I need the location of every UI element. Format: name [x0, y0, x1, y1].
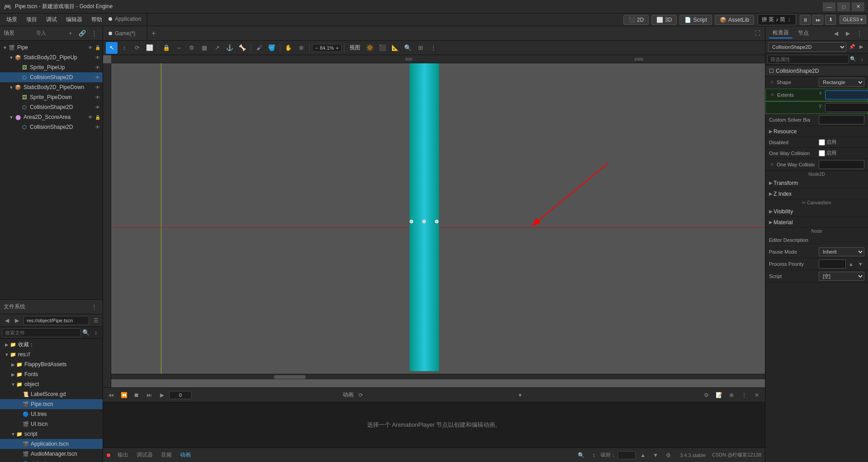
pivot-tool-button[interactable]: ↗: [211, 42, 223, 54]
anim-close-button[interactable]: ✕: [751, 390, 762, 401]
inspector-history-back[interactable]: ◀: [831, 28, 841, 38]
one-way-margin-reset[interactable]: ⟳: [769, 161, 775, 168]
fullscreen-button[interactable]: ⛶: [751, 28, 763, 39]
scene-tree-item-sprite_down[interactable]: 🖼Sprite_PipeDown👁: [0, 92, 103, 102]
rotate-tool-button[interactable]: ⟳: [131, 42, 143, 54]
fs-arrow-fonts[interactable]: ▶: [10, 371, 16, 377]
extents-x-input[interactable]: 46: [825, 90, 868, 99]
menu-item-场景[interactable]: 场景: [2, 15, 22, 24]
pause-button[interactable]: ⏸: [800, 15, 811, 25]
move-tool-button[interactable]: ↕: [118, 42, 130, 54]
anchor-tool-button[interactable]: ⚓: [224, 42, 236, 54]
snap-value-input[interactable]: 0: [618, 451, 636, 459]
zoom-out-icon[interactable]: −: [315, 45, 318, 51]
pause-mode-dropdown[interactable]: Inherit: [819, 247, 864, 256]
fs-item-audiomanager[interactable]: 🎬AudioManager.tscn: [0, 449, 103, 459]
scene-tree-item-sprite_up[interactable]: 🖼Sprite_PipeUp👁: [0, 62, 103, 72]
node-tab[interactable]: 节点: [794, 28, 812, 38]
settings-tool-button[interactable]: ⚙: [186, 42, 198, 54]
view-btn-6[interactable]: ⋮: [427, 42, 439, 54]
snap-up-button[interactable]: ▲: [637, 450, 648, 461]
material-prop-row[interactable]: ▶ Material: [765, 217, 868, 228]
lock-tool-button[interactable]: 🔒: [160, 42, 172, 54]
step-button[interactable]: ⏭: [812, 15, 823, 25]
bottom-tab-animation[interactable]: 动画: [177, 451, 193, 459]
view-btn-3[interactable]: 📐: [389, 42, 401, 54]
fs-item-defaultenv[interactable]: 🔵default_env.tres: [0, 459, 103, 462]
handle-left[interactable]: [410, 220, 413, 223]
filter-search-button[interactable]: 🔍: [849, 55, 857, 63]
sync-button[interactable]: ⬇: [825, 15, 836, 25]
anim-time-input[interactable]: 0: [169, 391, 192, 399]
bucket-tool-button[interactable]: 🪣: [266, 42, 278, 54]
fs-item-labelscore[interactable]: 📜LabelScore.gd: [0, 389, 103, 399]
link-node-button[interactable]: 🔗: [77, 28, 87, 38]
snap-sort-button[interactable]: ↕: [588, 450, 599, 461]
fs-item-flappybird[interactable]: ▶📁FlappyBirdAssets: [0, 359, 103, 369]
bottom-tab-output[interactable]: 输出: [115, 451, 131, 459]
mode-script-button[interactable]: 📄 Script: [679, 15, 712, 25]
scene-tree-item-static_up[interactable]: ▼📦StaticBody2D_PipeUp👁: [0, 52, 103, 62]
inspector-history-fwd[interactable]: ▶: [843, 28, 853, 38]
tree-arrow-static_down[interactable]: ▼: [8, 84, 14, 90]
menu-item-编辑器[interactable]: 编辑器: [61, 15, 87, 24]
fs-options-button[interactable]: ⋮: [89, 302, 99, 312]
tree-arrow-area2d[interactable]: ▼: [8, 114, 14, 120]
anim-extra-button[interactable]: ⊕: [726, 390, 737, 401]
snap-settings-button[interactable]: ⚙: [663, 450, 674, 461]
snap-filter-button[interactable]: 🔍: [576, 450, 586, 461]
inspector-options[interactable]: ⋮: [854, 28, 864, 38]
process-priority-input[interactable]: 0: [819, 259, 846, 269]
anim-options-button[interactable]: ⚙: [701, 390, 712, 401]
tree-arrow-pipe[interactable]: ▼: [2, 44, 8, 51]
view-btn-5[interactable]: ⊞: [415, 42, 426, 54]
shape-reset-button[interactable]: ⟳: [769, 79, 775, 85]
extents-y-input[interactable]: 520.5: [825, 103, 868, 112]
fs-search-button[interactable]: 🔍: [81, 328, 91, 338]
fs-forward-button[interactable]: ▶: [12, 316, 22, 325]
inspector-pin-button[interactable]: 📌: [848, 43, 856, 51]
inspector-next-button[interactable]: ▶: [857, 43, 865, 51]
script-dropdown[interactable]: [空]: [819, 272, 864, 281]
grid-tool-button[interactable]: ▦: [198, 42, 210, 54]
one-way-margin-input[interactable]: 0: [819, 160, 864, 169]
zindex-prop-row[interactable]: ▶ Z Index: [765, 189, 868, 199]
minimize-button[interactable]: —: [823, 2, 835, 11]
menu-item-项目[interactable]: 项目: [22, 15, 42, 24]
process-priority-down[interactable]: ▼: [856, 260, 864, 268]
zoom-in-icon[interactable]: +: [336, 45, 339, 51]
fs-item-script[interactable]: ▼📁script: [0, 429, 103, 439]
fs-item-res[interactable]: ▼📁res://: [0, 349, 103, 359]
snap-down-button[interactable]: ▼: [650, 450, 661, 461]
tree-arrow-static_up[interactable]: ▼: [8, 54, 14, 61]
extents-reset-button[interactable]: ⟳: [769, 92, 776, 98]
fs-arrow-res[interactable]: ▼: [4, 351, 10, 358]
disabled-checkbox[interactable]: [819, 139, 825, 146]
fs-arrow-script[interactable]: ▼: [10, 431, 16, 437]
fs-item-uitres[interactable]: 🔵UI.tres: [0, 409, 103, 419]
bone-tool-button[interactable]: 🦴: [236, 42, 248, 54]
resource-prop-row[interactable]: ▶ Resource: [765, 126, 868, 137]
fs-arrow-flappybird[interactable]: ▶: [10, 361, 16, 368]
fs-arrow-favorites[interactable]: ▶: [4, 341, 10, 348]
anim-play-button[interactable]: ▶: [156, 390, 167, 401]
maximize-button[interactable]: □: [837, 2, 850, 11]
fs-back-button[interactable]: ◀: [2, 316, 12, 325]
fs-item-uitscn[interactable]: 🎬UI.tscn: [0, 419, 103, 429]
mode-2d-button[interactable]: ⬛ 2D: [623, 15, 649, 25]
add-tab-button[interactable]: +: [147, 26, 160, 41]
viewport-canvas[interactable]: [111, 63, 765, 379]
view-btn-4[interactable]: 🔍: [402, 42, 414, 54]
inspector-tab[interactable]: 检查器: [769, 28, 793, 38]
shape-dropdown[interactable]: Rectangle: [819, 78, 864, 87]
scene-tree-item-collision_down[interactable]: ⬡CollisionShape2D👁: [0, 102, 103, 112]
collision-shape-header[interactable]: ☐ CollisionShape2D: [765, 66, 868, 76]
fs-item-object[interactable]: ▼📁object: [0, 379, 103, 389]
view-btn-2[interactable]: ⬛: [377, 42, 388, 54]
tab-game[interactable]: Game(*): [103, 26, 147, 41]
scene-options-button[interactable]: ⋮: [89, 28, 99, 38]
anim-edit-button[interactable]: 📝: [713, 390, 724, 401]
more-tools-button[interactable]: ✋: [283, 42, 294, 54]
anim-begin-button[interactable]: ⏮: [106, 390, 117, 401]
anim-stop-button[interactable]: ⏹: [131, 390, 142, 401]
